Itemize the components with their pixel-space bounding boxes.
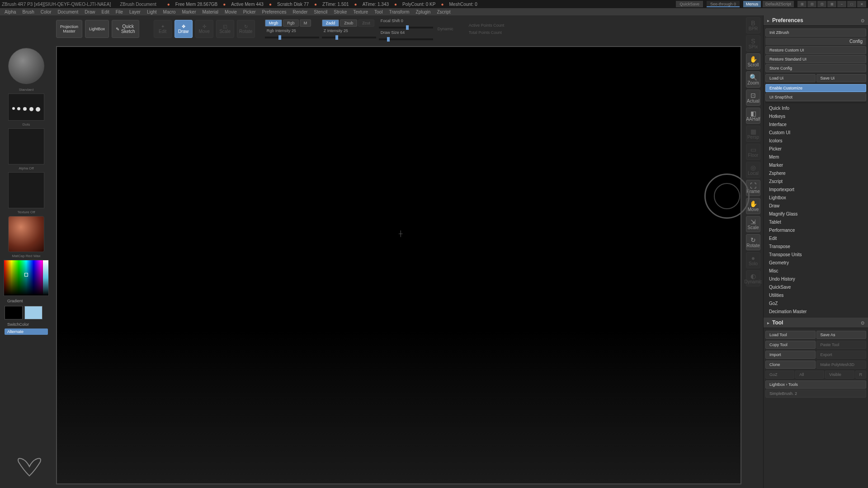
alpha-thumbnail[interactable] [8,128,44,164]
menu-movie[interactable]: Movie [225,9,237,14]
secondary-color-swatch[interactable] [24,306,42,319]
bpr-button[interactable]: BBPR [746,17,760,33]
aahalf-button[interactable]: ◧AAHalf [746,108,760,124]
quicksketch-button[interactable]: ✎ QuickSketch [112,20,139,38]
main-color-swatch[interactable] [5,306,23,319]
menu-color[interactable]: Color [41,9,52,14]
prefs-section-importexport[interactable]: Importexport [765,186,866,193]
init-zbrush-button[interactable]: Init ZBrush [765,28,866,37]
prefs-section-quicksave[interactable]: QuickSave [765,283,866,291]
layout-icon[interactable]: ⊞ [797,1,807,7]
config-section[interactable]: Config [765,38,866,45]
prefs-section-interface[interactable]: Interface [765,121,866,128]
menu-zscript[interactable]: Zscript [437,9,450,14]
prefs-section-quick-info[interactable]: Quick Info [765,104,866,112]
save-as-button[interactable]: Save As [816,331,867,339]
r-button[interactable]: R [855,371,867,379]
menu-draw[interactable]: Draw [85,9,95,14]
prefs-section-misc[interactable]: Misc [765,267,866,275]
prefs-section-magnify-glass[interactable]: Magnify Glass [765,210,866,218]
rgb-intensity-slider[interactable]: Rgb Intensity 25 [265,28,319,34]
switchcolor-button[interactable]: SwitchColor [5,321,48,328]
tool-header[interactable]: ▸ Tool ⊙ [764,318,868,328]
layout-icon[interactable]: ⊠ [827,1,836,7]
menu-preferences[interactable]: Preferences [262,9,287,14]
prefs-section-geometry[interactable]: Geometry [765,259,866,267]
lightbox-tools-button[interactable]: Lightbox › Tools [765,380,866,389]
menu-stroke[interactable]: Stroke [334,9,347,14]
draw-size-slider[interactable]: Draw Size 64 [379,29,433,36]
restore-custom-ui-button[interactable]: Restore Custom UI [765,46,866,54]
minimize-icon[interactable]: − [837,1,846,7]
floor-button[interactable]: ▭Floor [746,144,760,160]
solo-button[interactable]: ●Solo [746,252,760,268]
preferences-header[interactable]: ▸ Preferences ⊙ [764,15,868,26]
goz-button[interactable]: GoZ [765,371,794,379]
seethrough-slider[interactable]: See-through 0 [707,1,740,7]
zcut-button[interactable]: Zcut [358,19,374,27]
prefs-section-lightbox[interactable]: Lightbox [765,194,866,202]
prefs-section-undo-history[interactable]: Undo History [765,275,866,283]
spix-button[interactable]: SSPix [746,35,760,52]
prefs-section-custom-ui[interactable]: Custom UI [765,129,866,136]
move-mode-button[interactable]: ✢Move [195,20,213,38]
menu-alpha[interactable]: Alpha [5,9,16,14]
panel-close-icon[interactable]: ⊙ [861,320,864,325]
zoom-button[interactable]: 🔍Zoom [746,71,760,88]
z-intensity-slider[interactable]: Z Intensity 25 [322,28,376,34]
load-tool-button[interactable]: Load Tool [765,331,816,339]
import-button[interactable]: Import [765,351,816,359]
menu-render[interactable]: Render [293,9,308,14]
prefs-section-edit[interactable]: Edit [765,235,866,242]
menu-texture[interactable]: Texture [353,9,368,14]
menus-button[interactable]: Menus [743,1,761,7]
material-thumbnail[interactable] [8,216,44,252]
brush-thumbnail[interactable] [8,48,44,84]
prefs-section-zscript[interactable]: Zscript [765,178,866,185]
restore-standard-ui-button[interactable]: Restore Standard UI [765,55,866,63]
menu-document[interactable]: Document [58,9,79,14]
rgb-button[interactable]: Rgb [283,19,299,27]
menu-macro[interactable]: Macro [163,9,176,14]
store-config-button[interactable]: Store Config [765,64,866,72]
color-picker[interactable] [4,260,49,296]
menu-edit[interactable]: Edit [102,9,109,14]
close-icon[interactable]: ✕ [857,1,866,7]
dynamic-button[interactable]: ◐Dynamic [746,270,760,286]
prefs-section-icolors[interactable]: Icolors [765,137,866,145]
rotate-mode-button[interactable]: ↻Rotate [237,20,255,38]
stroke-thumbnail[interactable] [8,94,44,121]
quicksave-button[interactable]: QuickSave [676,1,703,7]
load-ui-button[interactable]: Load Ui [765,74,816,82]
default-script-button[interactable]: DefaultZScript [763,1,794,7]
save-ui-button[interactable]: Save Ui [816,74,867,82]
menu-material[interactable]: Material [203,9,219,14]
prefs-section-draw[interactable]: Draw [765,202,866,210]
prefs-section-transpose-units[interactable]: Transpose Units [765,251,866,258]
visible-button[interactable]: Visible [825,371,854,379]
maximize-icon[interactable]: □ [847,1,856,7]
menu-picker[interactable]: Picker [243,9,256,14]
gradient-button[interactable]: Gradient [5,298,48,304]
clone-button[interactable]: Clone [765,361,816,369]
scale-button[interactable]: ⇲Scale [746,216,760,232]
edit-mode-button[interactable]: ✦Edit [154,20,172,38]
menu-transform[interactable]: Transform [389,9,409,14]
enable-customize-button[interactable]: Enable Customize [765,84,866,92]
actual-button[interactable]: ⊡Actual [746,89,760,106]
canvas[interactable]: ┼ [56,46,741,484]
menu-file[interactable]: File [116,9,123,14]
texture-thumbnail[interactable] [8,172,44,208]
projection-master-button[interactable]: ProjectionMaster [56,20,82,38]
prefs-section-picker[interactable]: Picker [765,145,866,153]
export-button[interactable]: Export [816,351,867,359]
persp-button[interactable]: ▦Persp [746,126,760,142]
all-button[interactable]: All [795,371,824,379]
prefs-section-performance[interactable]: Performance [765,226,866,234]
prefs-section-utilities[interactable]: Utilities [765,291,866,299]
focal-shift-slider[interactable]: Focal Shift 0 [379,18,433,24]
layout-icon[interactable]: ⊡ [817,1,826,7]
menu-light[interactable]: Light [147,9,157,14]
prefs-section-tablet[interactable]: Tablet [765,218,866,226]
m-button[interactable]: M [300,19,311,27]
